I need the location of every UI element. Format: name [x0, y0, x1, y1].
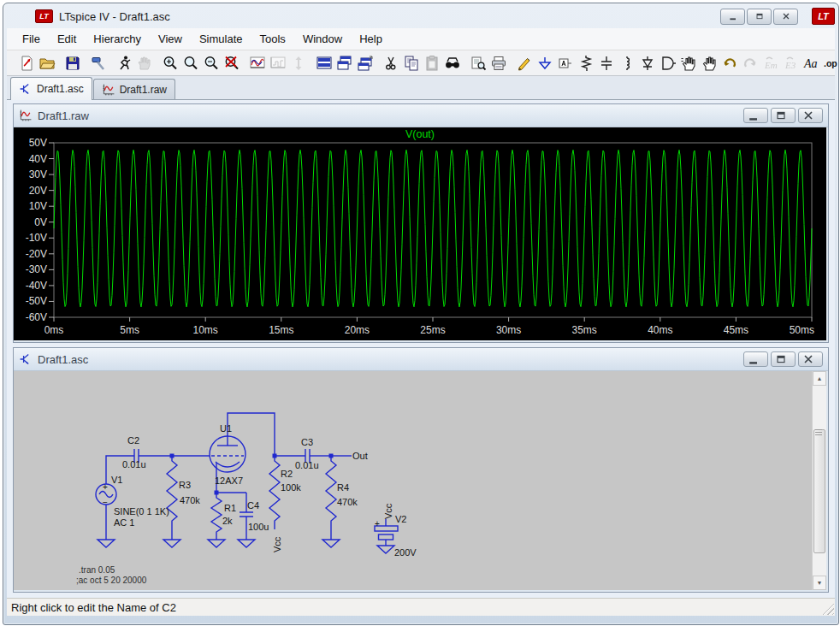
menu-hierarchy[interactable]: Hierarchy	[86, 30, 148, 48]
spice-directive-ac[interactable]: ;ac oct 5 20 20000	[76, 576, 147, 585]
r1-resistor-symbol[interactable]	[211, 493, 222, 540]
r4-value[interactable]: 470k	[337, 497, 358, 507]
resize-grip[interactable]	[822, 603, 834, 615]
place-net-label-icon[interactable]	[556, 54, 575, 73]
minimize-button[interactable]	[743, 108, 768, 123]
u1-name[interactable]: U1	[220, 423, 232, 434]
v1-name[interactable]: V1	[111, 475, 122, 485]
cascade-windows-icon[interactable]	[335, 54, 354, 73]
minimize-button[interactable]	[720, 9, 745, 25]
menu-window[interactable]: Window	[296, 30, 349, 48]
minimize-button[interactable]	[743, 351, 768, 367]
v2-value[interactable]: 200V	[394, 547, 417, 558]
place-capacitor-icon[interactable]	[597, 54, 616, 73]
place-inductor-icon[interactable]	[618, 54, 636, 73]
drag-icon[interactable]	[700, 54, 719, 73]
waveform-window-titlebar[interactable]: Draft1.raw	[14, 104, 828, 127]
ground-symbol[interactable]	[377, 546, 394, 553]
vcc-net-label[interactable]: Vcc	[272, 536, 282, 552]
menu-simulate[interactable]: Simulate	[192, 30, 250, 48]
out-net-label[interactable]: Out	[352, 451, 368, 461]
trace-label[interactable]: V(out)	[14, 128, 826, 140]
spice-directive-icon[interactable]: .op	[823, 54, 839, 73]
r1-name[interactable]: R1	[224, 503, 236, 513]
place-ground-icon[interactable]	[535, 54, 554, 73]
restore-button[interactable]	[771, 108, 796, 123]
menu-tools[interactable]: Tools	[253, 30, 293, 48]
vcc-net-label[interactable]: Vcc	[383, 503, 393, 519]
ground-symbol[interactable]	[98, 540, 115, 547]
c4-capacitor-symbol[interactable]	[240, 512, 253, 517]
r3-resistor-symbol[interactable]	[167, 456, 177, 540]
spice-directive-tran[interactable]: .tran 0.05	[79, 565, 115, 575]
r1-value[interactable]: 2k	[222, 516, 233, 526]
zoom-area-icon[interactable]	[181, 54, 200, 73]
r2-resistor-symbol[interactable]	[269, 456, 280, 529]
place-component-icon[interactable]	[659, 54, 677, 73]
waveform-plot[interactable]: 50V40V30V20V10V0V-10V-20V-30V-40V-50V-60…	[14, 127, 826, 340]
new-schematic-icon[interactable]	[17, 54, 36, 73]
menu-help[interactable]: Help	[352, 30, 389, 48]
c4-name[interactable]: C4	[247, 500, 259, 511]
place-resistor-icon[interactable]	[577, 54, 595, 73]
c2-value[interactable]: 0.01u	[122, 459, 146, 470]
v2-battery-symbol[interactable]	[379, 534, 393, 540]
zoom-out-icon[interactable]	[202, 54, 221, 73]
close-button[interactable]	[773, 9, 798, 25]
undo-icon[interactable]	[720, 54, 739, 73]
run-simulation-icon[interactable]	[115, 54, 133, 73]
cascade-new-window-icon[interactable]	[356, 54, 375, 73]
place-text-icon[interactable]: Aa	[802, 54, 821, 73]
control-panel-icon[interactable]	[89, 54, 108, 73]
find-icon[interactable]	[443, 54, 462, 73]
draw-wire-icon[interactable]	[515, 54, 534, 73]
move-icon[interactable]	[679, 54, 698, 73]
waveform-plot-area[interactable]: V(out) 50V40V30V20V10V0V-10V-20V-30V-40V…	[14, 127, 826, 340]
copy-icon[interactable]	[402, 54, 421, 73]
open-file-icon[interactable]	[38, 54, 56, 73]
u1-value[interactable]: 12AX7	[215, 475, 243, 486]
r2-value[interactable]: 100k	[281, 482, 301, 493]
r3-value[interactable]: 470k	[180, 495, 200, 505]
close-button[interactable]	[798, 351, 823, 367]
schematic-drawing[interactable]: + −	[18, 375, 805, 588]
r3-name[interactable]: R3	[179, 480, 191, 490]
tile-windows-icon[interactable]	[315, 54, 334, 73]
r2-name[interactable]: R2	[281, 469, 293, 479]
tab-draft1-asc[interactable]: Draft1.asc	[10, 77, 92, 100]
tab-draft1-raw[interactable]: Draft1.raw	[93, 79, 175, 99]
scroll-down-button[interactable]: ▼	[813, 576, 826, 590]
print-icon[interactable]	[489, 54, 508, 73]
restore-button[interactable]	[771, 351, 796, 367]
save-icon[interactable]	[63, 54, 82, 73]
title-bar[interactable]: LT LTspice IV - Draft1.asc LT	[4, 4, 837, 28]
menu-edit[interactable]: Edit	[50, 30, 83, 48]
v2-name[interactable]: V2	[395, 514, 406, 524]
scroll-up-button[interactable]: ▲	[813, 371, 826, 386]
zoom-in-icon[interactable]	[161, 54, 180, 73]
ground-symbol[interactable]	[163, 540, 180, 547]
schematic-window-titlebar[interactable]: Draft1.asc	[14, 348, 828, 371]
print-preview-icon[interactable]	[469, 54, 488, 73]
ground-symbol[interactable]	[238, 540, 255, 547]
wire[interactable]	[228, 413, 275, 456]
restore-button[interactable]	[747, 9, 772, 25]
menu-view[interactable]: View	[151, 30, 189, 48]
c2-name[interactable]: C2	[127, 435, 139, 446]
menu-file[interactable]: File	[15, 30, 47, 48]
cut-icon[interactable]	[382, 54, 400, 73]
r4-resistor-symbol[interactable]	[326, 456, 336, 540]
c4-value[interactable]: 100u	[248, 522, 269, 532]
plot-settings-icon[interactable]	[248, 54, 267, 73]
c3-value[interactable]: 0.01u	[295, 460, 319, 470]
c3-name[interactable]: C3	[301, 437, 313, 447]
place-diode-icon[interactable]	[638, 54, 657, 73]
close-button[interactable]	[798, 108, 823, 123]
ground-symbol[interactable]	[322, 540, 340, 547]
v1-ac-value[interactable]: AC 1	[114, 517, 134, 528]
schematic-canvas[interactable]: + −	[14, 371, 826, 590]
scrollbar-thumb[interactable]	[813, 429, 825, 553]
v1-value[interactable]: SINE(0 1 1K)	[114, 506, 169, 517]
zoom-full-extents-icon[interactable]	[222, 54, 241, 73]
r4-name[interactable]: R4	[337, 482, 349, 493]
